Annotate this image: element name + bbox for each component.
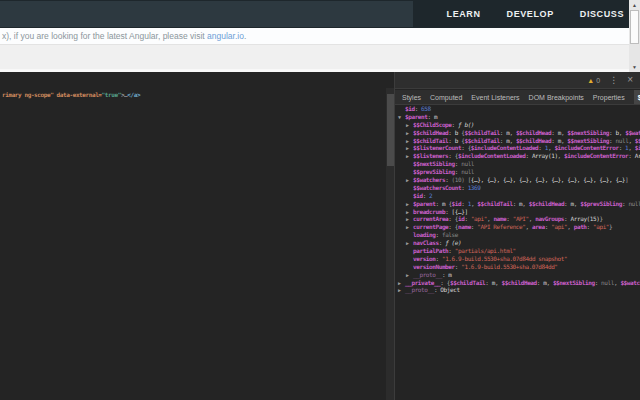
token-n: currentArea — [413, 215, 448, 222]
scroll-down-icon[interactable]: ▼ — [629, 62, 640, 72]
scope-property-row[interactable]: $id: 658 — [395, 105, 640, 113]
token-p: ] — [625, 176, 628, 183]
token-s: "partials/api.html" — [455, 247, 516, 254]
token-v: 2 — [429, 192, 432, 199]
token-v: 658 — [421, 105, 431, 112]
scope-property-row[interactable]: ▶$$listenerCount: {$includeContentLoaded… — [395, 144, 640, 152]
token-s: "api" — [471, 215, 487, 222]
token-s: "API" — [513, 215, 529, 222]
page-scrollbar[interactable]: ▲ ▼ — [629, 0, 640, 72]
scope-property-row[interactable]: versionNumber: "1.6.9-build.5530+sha.07d… — [395, 263, 640, 271]
tab-scope[interactable]: $scope — [634, 90, 640, 104]
token-n: name — [458, 223, 471, 230]
warning-indicator[interactable]: ▲ 0 — [587, 77, 600, 84]
navbar-menu: LEARN DEVELOP DISCUSS — [447, 0, 624, 28]
token-x: null — [628, 200, 640, 207]
token-f: ƒ b() — [458, 121, 474, 128]
token-d: __proto__ — [413, 271, 442, 278]
token-o: [{…}] — [452, 208, 468, 215]
menu-item-develop[interactable]: DEVELOP — [507, 9, 554, 19]
scope-property-row[interactable]: ▶breadcrumb: [{…}] — [395, 208, 640, 216]
scope-property-row[interactable]: version: "1.6.9-build.5530+sha.07d84dd s… — [395, 255, 640, 263]
token-d: __proto__ — [405, 286, 434, 293]
token-n: $id — [405, 105, 415, 112]
close-icon[interactable]: × — [627, 75, 633, 85]
page-scrollbar-thumb[interactable] — [630, 10, 639, 44]
sidebar-toolbar: ▲ 0 ⋮ × — [395, 72, 640, 89]
elements-panel: rimary ng-scope" data-external="true">…<… — [0, 72, 386, 400]
token-n: version — [413, 255, 436, 262]
scope-property-row[interactable]: ▶$$childHead: b {$$childTail: m, $$child… — [395, 129, 640, 137]
tab-computed[interactable]: Computed — [430, 90, 462, 104]
navbar-inner-panel — [0, 1, 413, 27]
scope-property-row[interactable]: partialPath: "partials/api.html" — [395, 247, 640, 255]
warning-count: 0 — [596, 77, 600, 84]
token-n: $includeContentError — [554, 144, 618, 151]
expand-arrow-icon[interactable]: ▼ — [398, 114, 405, 122]
token-o: Array(15) — [571, 215, 600, 222]
token-o: m — [434, 113, 437, 120]
token-n: $$watchersCount — [413, 184, 461, 191]
token-n: $$childHead — [516, 137, 551, 144]
expand-arrow-icon[interactable]: ▶ — [398, 287, 405, 295]
token-x: null — [616, 137, 629, 144]
token-n: $$ChildScope — [413, 121, 452, 128]
scope-property-row[interactable]: loading: false — [395, 231, 640, 239]
token-n: $$childHead — [501, 279, 536, 286]
element-markup-line[interactable]: rimary ng-scope" data-external="true">…<… — [2, 91, 140, 98]
scope-property-row[interactable]: $$nextSibling: null — [395, 160, 640, 168]
devtools-panel: rimary ng-scope" data-external="true">…<… — [0, 72, 640, 400]
token-n: __private__ — [405, 279, 440, 286]
token-n: $$childHead — [529, 200, 564, 207]
sidebar-tabs: Styles Computed Event Listeners DOM Brea… — [395, 90, 640, 105]
token-n: path — [574, 223, 587, 230]
token-n: $parent — [413, 200, 436, 207]
tab-event-listeners[interactable]: Event Listeners — [471, 90, 519, 104]
elements-scrollbar-thumb[interactable] — [387, 94, 394, 166]
scroll-up-icon[interactable]: ▲ — [629, 0, 640, 10]
tab-dom-breakpoints[interactable]: DOM Breakpoints — [529, 90, 584, 104]
token-n: currentPage — [413, 223, 448, 230]
token-n: $includeContentRequested — [635, 144, 640, 151]
tab-properties[interactable]: Properties — [593, 90, 625, 104]
token-n: $$childTail — [464, 129, 499, 136]
token-n: loading — [413, 231, 436, 238]
token-tag: </a> — [127, 91, 140, 98]
token-p: } — [599, 215, 602, 222]
token-n: name — [493, 215, 506, 222]
token-s: "1.6.9-build.5530+sha.07d84dd" — [461, 263, 557, 270]
menu-item-discuss[interactable]: DISCUSS — [580, 9, 624, 19]
token-n: $$nextSibling — [567, 129, 609, 136]
angular-io-link[interactable]: angular.io — [207, 31, 244, 41]
scope-property-row[interactable]: ▶__private__: {$$childTail: m, $$childHe… — [395, 279, 640, 287]
token-n: $$prevSibling — [413, 168, 455, 175]
kebab-menu-icon[interactable]: ⋮ — [609, 76, 618, 85]
scope-property-row[interactable]: ▶currentPage: {name: "API Reference", ar… — [395, 223, 640, 231]
token-n: $$childTail — [450, 279, 485, 286]
scope-property-row[interactable]: ▶$$ChildScope: ƒ b() — [395, 121, 640, 129]
scope-property-row[interactable]: ▶currentArea: {id: "api", name: "API", n… — [395, 215, 640, 223]
token-n: $id — [413, 192, 423, 199]
token-o: Array(1) — [532, 152, 558, 159]
token-n: area — [532, 223, 545, 230]
scope-property-row[interactable]: ▶$$childTail: b {$$childTail: m, $$child… — [395, 137, 640, 145]
tab-styles[interactable]: Styles — [402, 90, 421, 104]
scope-property-row[interactable]: ▼$parent: m — [395, 113, 640, 121]
scope-property-row[interactable]: $id: 2 — [395, 192, 640, 200]
token-n: versionNumber — [413, 263, 455, 270]
scope-property-row[interactable]: ▶$parent: m {$id: 1, $$childTail: m, $$c… — [395, 200, 640, 208]
token-n: $$watchers — [413, 176, 445, 183]
scope-property-row[interactable]: $$prevSibling: null — [395, 168, 640, 176]
token-n: $includeContentLoaded — [458, 152, 525, 159]
scope-property-row[interactable]: ▶$$watchers: (10) [{…}, {…}, {…}, {…}, {… — [395, 176, 640, 184]
scope-property-row[interactable]: ▶__proto__: m — [395, 271, 640, 279]
token-x: false — [442, 231, 458, 238]
scope-property-row[interactable]: $$watchersCount: 1369 — [395, 184, 640, 192]
menu-item-learn[interactable]: LEARN — [447, 9, 481, 19]
token-x: null — [461, 160, 474, 167]
notice-text-after: . — [244, 31, 246, 41]
scope-property-row[interactable]: ▶$$listeners: {$includeContentLoaded: Ar… — [395, 152, 640, 160]
scope-property-row[interactable]: ▶__proto__: Object — [395, 286, 640, 294]
token-o: {…}, {…}, {…}, {…}, {…}, {…}, {…}, {…}, … — [471, 176, 625, 183]
scope-property-row[interactable]: ▶navClass: ƒ (e) — [395, 239, 640, 247]
